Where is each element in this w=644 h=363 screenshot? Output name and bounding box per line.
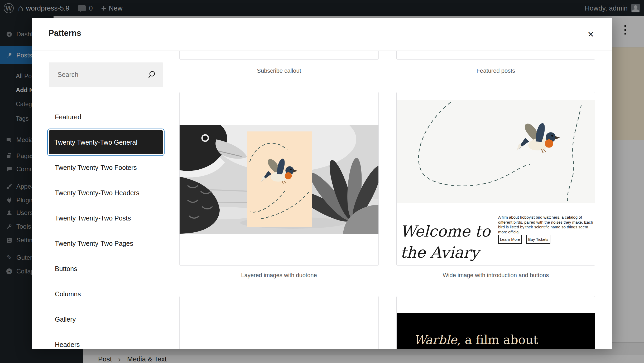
- category-label: Gallery: [55, 316, 76, 323]
- category-twenty-twenty-two-posts[interactable]: Twenty Twenty-Two Posts: [48, 210, 164, 226]
- pattern-label: Wide image with introduction and buttons: [396, 270, 595, 281]
- modal-title: Patterns: [49, 28, 81, 38]
- category-featured[interactable]: Featured: [48, 109, 164, 125]
- pattern-label: Layered images with duotone: [179, 270, 379, 281]
- category-twenty-twenty-two-headers[interactable]: Twenty Twenty-Two Headers: [48, 185, 164, 200]
- pattern-search-box: [49, 62, 163, 87]
- close-button[interactable]: ✕: [583, 27, 598, 42]
- close-icon: ✕: [587, 30, 594, 39]
- search-input[interactable]: [49, 62, 163, 87]
- category-label: Headers: [55, 341, 80, 349]
- category-label: Twenty Twenty-Two Posts: [55, 214, 131, 222]
- category-label-selected: Twenty Twenty-Two General: [54, 139, 137, 146]
- category-label: Buttons: [55, 265, 77, 273]
- pattern-label: Subscribe callout: [179, 66, 379, 76]
- pattern-card-warble[interactable]: Warble, a film about hobbyist bird watch…: [396, 296, 595, 349]
- category-label: Featured: [55, 113, 81, 121]
- category-twenty-twenty-two-pages[interactable]: Twenty Twenty-Two Pages: [48, 236, 164, 251]
- category-columns[interactable]: Columns: [48, 286, 164, 302]
- learn-more-button[interactable]: Learn More: [498, 235, 522, 244]
- duotone-duck-image: [180, 125, 378, 234]
- screen: W ⌂ wordpress-5.9 0 + New Howdy, admin D…: [0, 0, 644, 363]
- pattern-card-featured-posts[interactable]: [396, 51, 595, 60]
- aviary-flight-image: [397, 100, 595, 203]
- warble-heading-line1: Warble, a film about: [414, 333, 538, 347]
- pattern-card-wide-image[interactable]: Welcome to the Aviary A film about hobby…: [396, 92, 595, 266]
- aviary-paragraph: A film about hobbyist bird watchers, a c…: [498, 215, 593, 234]
- category-twenty-twenty-two-footers[interactable]: Twenty Twenty-Two Footers: [48, 160, 164, 175]
- category-gallery[interactable]: Gallery: [48, 312, 164, 327]
- category-twenty-twenty-two-general[interactable]: Twenty Twenty-Two General: [47, 129, 165, 156]
- warble-heading-line2: hobbyist bird watchers: [414, 348, 555, 349]
- pattern-grid: Subscribe callout Featured posts: [179, 51, 612, 349]
- warble-cover-block: Warble, a film about hobbyist bird watch…: [397, 313, 595, 349]
- category-label: Twenty Twenty-Two Footers: [55, 164, 137, 171]
- search-icon: [147, 70, 157, 80]
- pattern-card-blank[interactable]: [179, 296, 379, 349]
- category-headers[interactable]: Headers: [48, 337, 164, 349]
- category-label: Twenty Twenty-Two Headers: [55, 189, 140, 197]
- pattern-label: Featured posts: [396, 66, 595, 76]
- modal-header: Patterns ✕: [32, 18, 612, 51]
- pattern-card-layered-duotone[interactable]: [179, 92, 379, 266]
- category-label: Columns: [55, 290, 81, 298]
- category-buttons[interactable]: Buttons: [48, 261, 164, 276]
- pattern-card-subscribe-callout[interactable]: [179, 51, 379, 60]
- patterns-modal: Patterns ✕ Featured Twenty Twenty-Two Ge…: [32, 18, 612, 349]
- buy-tickets-button[interactable]: Buy Tickets: [526, 235, 550, 244]
- category-label: Twenty Twenty-Two Pages: [55, 240, 133, 247]
